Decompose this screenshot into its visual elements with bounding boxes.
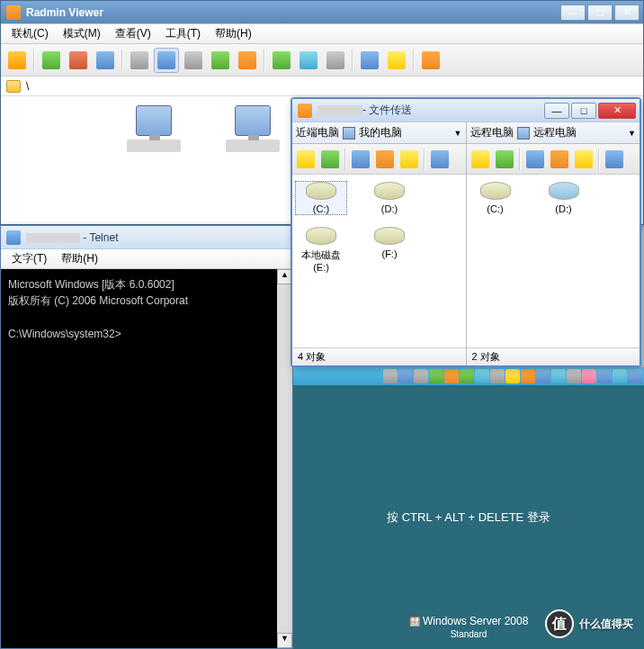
folder-icon: [6, 80, 21, 93]
close-button[interactable]: ✕: [614, 5, 640, 21]
rd-btn-icon[interactable]: [429, 369, 443, 383]
maximize-button[interactable]: □: [571, 103, 596, 119]
file-transfer-window: - 文件传送 — □ ✕ 近端电脑 我的电脑 ▼: [291, 97, 641, 367]
path-text: \: [26, 80, 29, 93]
rd-btn-icon[interactable]: [597, 369, 612, 383]
rd-btn-icon[interactable]: [414, 369, 428, 383]
login-prompt: 按 CTRL + ALT + DELETE 登录: [387, 509, 550, 526]
copy-icon[interactable]: [349, 148, 372, 171]
new-folder-icon[interactable]: [93, 48, 118, 73]
disk-icon: [374, 227, 405, 245]
up-folder-icon[interactable]: [294, 148, 318, 171]
ft-titlebar[interactable]: - 文件传送 — □ ✕: [292, 99, 640, 122]
rd-btn-icon[interactable]: [444, 369, 459, 383]
radmin-menubar: 联机(C) 模式(M) 查看(V) 工具(T) 帮助(H): [1, 24, 643, 44]
dropdown-icon[interactable]: ▼: [454, 129, 462, 138]
view-list-icon[interactable]: [357, 48, 382, 73]
maximize-button[interactable]: □: [587, 5, 613, 21]
watermark: 值 什么值得买: [545, 609, 633, 638]
ft-title: - 文件传送: [362, 103, 544, 118]
remove-pc-icon[interactable]: [66, 48, 91, 73]
disk-icon: [306, 227, 336, 245]
radmin-app-icon: [6, 5, 21, 20]
copy-icon[interactable]: [523, 148, 547, 171]
scan-icon[interactable]: [384, 48, 409, 73]
menu-help[interactable]: 帮助(H): [208, 24, 259, 43]
menu-connect[interactable]: 联机(C): [4, 24, 56, 43]
radmin-titlebar[interactable]: Radmin Viewer — □ ✕: [1, 1, 643, 24]
telnet-titlebar[interactable]: - Telnet: [1, 226, 292, 249]
disk-icon: [374, 182, 405, 200]
remote-drives: (C:) (D:): [467, 175, 640, 347]
terminal-output[interactable]: Microsoft Windows [版本 6.0.6002] 版权所有 (C)…: [1, 269, 292, 648]
rd-btn-icon[interactable]: [567, 369, 581, 383]
watermark-icon: 值: [545, 609, 574, 638]
dropdown-icon[interactable]: ▼: [628, 129, 636, 138]
menu-mode[interactable]: 模式(M): [56, 24, 108, 43]
drive-d[interactable]: (D:): [539, 182, 589, 214]
rd-btn-icon[interactable]: [505, 369, 520, 383]
host-item[interactable]: [127, 105, 181, 152]
pc-icon: [136, 105, 172, 136]
rd-btn-icon[interactable]: [613, 369, 627, 383]
delete-icon[interactable]: [548, 148, 571, 171]
drive-e[interactable]: 本地磁盘 (E:): [296, 227, 346, 273]
drive-f[interactable]: (F:): [364, 227, 415, 273]
rd-btn-icon[interactable]: [628, 369, 642, 383]
minimize-button[interactable]: —: [544, 103, 569, 119]
menu-tools[interactable]: 工具(T): [158, 24, 208, 43]
remote-header[interactable]: 远程电脑 远程电脑 ▼: [467, 122, 640, 144]
rd-btn-icon[interactable]: [521, 369, 535, 383]
rd-btn-icon[interactable]: [582, 369, 596, 383]
new-folder-icon[interactable]: [572, 148, 595, 171]
remote-toolbar: [467, 144, 640, 175]
menu-text[interactable]: 文字(T): [4, 249, 54, 268]
drive-c[interactable]: (C:): [470, 182, 521, 214]
refresh-icon[interactable]: [318, 148, 342, 171]
rd-btn-icon[interactable]: [460, 369, 474, 383]
rd-btn-icon[interactable]: [536, 369, 550, 383]
drive-d[interactable]: (D:): [364, 182, 415, 214]
up-folder-icon[interactable]: [469, 148, 492, 171]
telnet-icon[interactable]: [181, 48, 206, 73]
local-pane: 近端电脑 我的电脑 ▼ (C:) (D:) 本地磁盘 (E:) (F:): [292, 122, 467, 365]
remote-desktop-window: 按 CTRL + ALT + DELETE 登录 🪟 Windows Serve…: [293, 367, 644, 649]
telnet-title: - Telnet: [80, 231, 118, 244]
rd-btn-icon[interactable]: [475, 369, 489, 383]
add-pc-icon[interactable]: [39, 48, 64, 73]
local-drives: (C:) (D:) 本地磁盘 (E:) (F:): [292, 175, 466, 347]
options-icon[interactable]: [418, 48, 443, 73]
disk-icon: [306, 182, 336, 200]
local-header[interactable]: 近端电脑 我的电脑 ▼: [292, 122, 466, 144]
host-item[interactable]: [226, 105, 280, 152]
minimize-button[interactable]: —: [560, 5, 586, 21]
rd-btn-icon[interactable]: [551, 369, 566, 383]
message-icon[interactable]: [323, 48, 348, 73]
new-folder-icon[interactable]: [398, 148, 421, 171]
rd-btn-icon[interactable]: [383, 369, 398, 383]
full-control-icon[interactable]: [127, 48, 152, 73]
telnet-window: - Telnet 文字(T) 帮助(H) Microsoft Windows […: [0, 225, 293, 649]
chat-icon[interactable]: [269, 48, 294, 73]
rd-btn-icon[interactable]: [398, 369, 413, 383]
radmin-toolbar: [1, 44, 643, 77]
menu-help[interactable]: 帮助(H): [54, 249, 105, 268]
menu-view[interactable]: 查看(V): [108, 24, 158, 43]
view-icon[interactable]: [603, 148, 626, 171]
rd-btn-icon[interactable]: [490, 369, 505, 383]
remote-pane: 远程电脑 远程电脑 ▼ (C:) (D:) 2 对象: [467, 122, 640, 365]
voice-icon[interactable]: [296, 48, 321, 73]
drive-c[interactable]: (C:): [296, 182, 346, 214]
close-button[interactable]: ✕: [598, 103, 636, 119]
shutdown-icon[interactable]: [235, 48, 260, 73]
radmin-title: Radmin Viewer: [26, 6, 560, 19]
view-only-icon[interactable]: [154, 48, 179, 73]
connect-icon[interactable]: [4, 48, 30, 73]
delete-icon[interactable]: [373, 148, 397, 171]
watermark-text: 什么值得买: [579, 617, 633, 632]
ft-app-icon: [298, 104, 312, 118]
refresh-icon[interactable]: [493, 148, 516, 171]
file-transfer-icon[interactable]: [208, 48, 233, 73]
view-icon[interactable]: [428, 148, 452, 171]
disk-icon: [480, 182, 511, 200]
